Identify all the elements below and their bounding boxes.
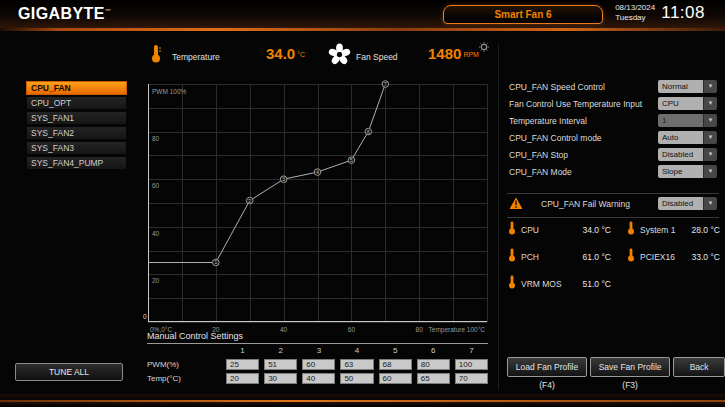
svg-text:1: 1 bbox=[214, 260, 217, 265]
manual-value-cell[interactable]: 60 bbox=[302, 359, 335, 370]
chevron-down-icon: ▼ bbox=[703, 114, 717, 127]
temperature-sensors: CPU34.0 °CSystem 128.0 °CPCH61.0 °CPCIEX… bbox=[508, 221, 720, 293]
row-label: PWM(%) bbox=[147, 359, 221, 370]
sensor-label: CPU bbox=[521, 225, 573, 235]
sidebar-item-sys_fan3[interactable]: SYS_FAN3 bbox=[26, 141, 127, 155]
svg-text:5: 5 bbox=[350, 158, 353, 163]
setting-row: CPU_FAN Control modeAuto▼ bbox=[509, 131, 717, 145]
setting-label: CPU_FAN Control mode bbox=[509, 133, 602, 143]
fail-warning-value: Disabled bbox=[658, 197, 703, 210]
setting-dropdown[interactable]: Slope▼ bbox=[658, 165, 717, 178]
setting-value: Normal bbox=[658, 80, 703, 93]
svg-text:3: 3 bbox=[282, 177, 285, 182]
column-header: 3 bbox=[302, 346, 335, 356]
manual-value-cell[interactable]: 30 bbox=[264, 373, 297, 384]
trademark-symbol: ™ bbox=[105, 8, 111, 14]
setting-value: Auto bbox=[658, 131, 703, 144]
manual-value-cell[interactable]: 60 bbox=[379, 373, 412, 384]
fail-warning-dropdown[interactable]: Disabled ▼ bbox=[658, 197, 717, 210]
row-label: Temp(°C) bbox=[147, 373, 221, 384]
curve-point-4[interactable]: 4 bbox=[314, 169, 321, 176]
setting-row: CPU_FAN Speed ControlNormal▼ bbox=[509, 80, 717, 94]
manual-value-cell[interactable]: 80 bbox=[417, 359, 450, 370]
tab-smart-fan-6[interactable]: Smart Fan 6 bbox=[443, 5, 603, 24]
manual-value-cell[interactable]: 20 bbox=[226, 373, 259, 384]
column-header: 2 bbox=[264, 346, 297, 356]
manual-value-cell[interactable]: 65 bbox=[417, 373, 450, 384]
sensor-label: VRM MOS bbox=[521, 279, 573, 289]
gear-icon[interactable] bbox=[479, 42, 489, 52]
temperature-label: Temperature bbox=[172, 52, 220, 62]
setting-row: Temperature Interval1▼ bbox=[509, 114, 717, 128]
manual-value-cell[interactable]: 51 bbox=[264, 359, 297, 370]
manual-control-settings: Manual Control Settings 1234567PWM(%)255… bbox=[147, 331, 488, 384]
setting-dropdown[interactable]: Disabled▼ bbox=[658, 148, 717, 161]
fail-warning-row: CPU_FAN Fail Warning Disabled ▼ bbox=[509, 197, 717, 211]
separator bbox=[507, 193, 719, 194]
manual-value-cell[interactable]: 50 bbox=[340, 373, 373, 384]
thermometer-icon-cell bbox=[627, 221, 640, 239]
svg-text:80: 80 bbox=[152, 135, 160, 142]
sidebar-item-cpu_opt[interactable]: CPU_OPT bbox=[26, 96, 127, 110]
setting-dropdown[interactable]: Auto▼ bbox=[658, 131, 717, 144]
sidebar-item-cpu_fan[interactable]: CPU_FAN bbox=[26, 81, 127, 95]
curve-point-7[interactable]: 7 bbox=[382, 81, 389, 88]
manual-value-cell[interactable]: 40 bbox=[302, 373, 335, 384]
tune-all-button[interactable]: TUNE ALL bbox=[15, 363, 123, 381]
datetime: 08/13/2024Tuesday 11:08 bbox=[615, 3, 705, 23]
setting-label: CPU_FAN Speed Control bbox=[509, 82, 605, 92]
curve-point-5[interactable]: 5 bbox=[348, 157, 355, 164]
save-fan-profile-button[interactable]: Save Fan Profile (F3) bbox=[590, 357, 670, 377]
load-fan-profile-button[interactable]: Load Fan Profile (F4) bbox=[507, 357, 587, 377]
thermometer-icon bbox=[508, 221, 516, 235]
warning-icon bbox=[509, 197, 523, 210]
thermometer-icon bbox=[508, 248, 516, 262]
thermometer-icon-cell bbox=[508, 248, 521, 266]
manual-value-cell[interactable]: 25 bbox=[226, 359, 259, 370]
manual-settings-title: Manual Control Settings bbox=[147, 331, 488, 344]
chevron-down-icon: ▼ bbox=[703, 97, 717, 110]
thermometer-icon bbox=[627, 248, 635, 262]
column-header: 1 bbox=[226, 346, 259, 356]
gigabyte-logo: GIGABYTE™ bbox=[18, 5, 111, 23]
fan-curve-chart[interactable]: PWM 100%2040608000%,0°C20406080Temperatu… bbox=[148, 84, 487, 336]
svg-text:0: 0 bbox=[143, 313, 147, 320]
column-header: 7 bbox=[455, 346, 488, 356]
svg-text:20: 20 bbox=[152, 277, 160, 284]
curve-point-2[interactable]: 2 bbox=[246, 197, 253, 204]
curve-point-6[interactable]: 6 bbox=[365, 128, 372, 135]
setting-dropdown[interactable]: CPU▼ bbox=[658, 97, 717, 110]
svg-text:60: 60 bbox=[152, 182, 160, 189]
thermometer-icon-cell bbox=[508, 275, 521, 293]
sidebar-item-sys_fan4_pump[interactable]: SYS_FAN4_PUMP bbox=[26, 156, 127, 170]
back-button[interactable]: Back bbox=[673, 357, 725, 377]
curve-point-1[interactable]: 1 bbox=[213, 259, 220, 266]
svg-text:7: 7 bbox=[384, 82, 387, 87]
sidebar-item-sys_fan1[interactable]: SYS_FAN1 bbox=[26, 111, 127, 125]
chevron-down-icon: ▼ bbox=[703, 148, 717, 161]
manual-value-cell[interactable]: 70 bbox=[455, 373, 488, 384]
svg-text:4: 4 bbox=[316, 170, 319, 175]
setting-dropdown[interactable]: Normal▼ bbox=[658, 80, 717, 93]
setting-label: Temperature Interval bbox=[509, 116, 587, 126]
setting-dropdown[interactable]: 1▼ bbox=[658, 114, 717, 127]
fan-icon bbox=[328, 43, 351, 66]
footer-buttons: Load Fan Profile (F4)Save Fan Profile (F… bbox=[507, 357, 725, 377]
sensor-value: 51.0 °C bbox=[573, 279, 611, 289]
setting-label: CPU_FAN Mode bbox=[509, 167, 572, 177]
orange-divider-top bbox=[0, 28, 725, 31]
setting-row: CPU_FAN StopDisabled▼ bbox=[509, 148, 717, 162]
fan-curve-line bbox=[148, 84, 385, 263]
manual-value-cell[interactable]: 63 bbox=[340, 359, 373, 370]
svg-text:6: 6 bbox=[367, 130, 370, 135]
sidebar-item-sys_fan2[interactable]: SYS_FAN2 bbox=[26, 126, 127, 140]
curve-point-3[interactable]: 3 bbox=[280, 176, 287, 183]
manual-value-cell[interactable]: 68 bbox=[379, 359, 412, 370]
column-header: 5 bbox=[379, 346, 412, 356]
setting-value: 1 bbox=[658, 114, 703, 127]
manual-value-cell[interactable]: 100 bbox=[455, 359, 488, 370]
fan-speed-label: Fan Speed bbox=[356, 52, 398, 62]
column-header: 4 bbox=[340, 346, 373, 356]
chevron-down-icon: ▼ bbox=[703, 80, 717, 93]
setting-label: Fan Control Use Temperature Input bbox=[509, 99, 642, 109]
